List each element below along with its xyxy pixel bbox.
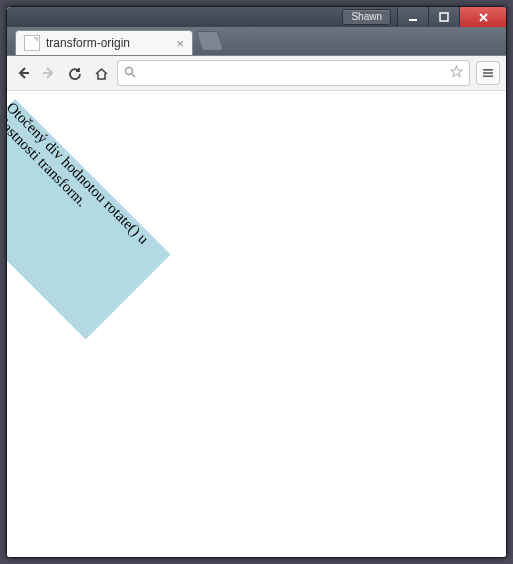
rotated-div-text: Otočený div hodnotou rotate() u vlastnos…	[7, 99, 152, 247]
svg-rect-0	[409, 19, 417, 21]
svg-rect-6	[483, 75, 493, 77]
nav-toolbar	[7, 56, 506, 91]
tab-title: transform-origin	[46, 36, 130, 50]
arrow-left-icon	[15, 65, 31, 81]
svg-line-3	[132, 74, 135, 77]
tab-strip: transform-origin ×	[7, 27, 506, 56]
address-input[interactable]	[142, 65, 444, 81]
svg-point-2	[126, 67, 133, 74]
svg-rect-1	[440, 13, 448, 21]
svg-rect-5	[483, 72, 493, 74]
reload-button[interactable]	[65, 63, 85, 83]
forward-button[interactable]	[39, 63, 59, 83]
maximize-button[interactable]	[428, 7, 459, 27]
page-viewport: Otočený div hodnotou rotate() u vlastnos…	[7, 91, 506, 557]
close-icon	[478, 12, 489, 23]
maximize-icon	[439, 12, 449, 22]
window-titlebar: Shawn	[7, 7, 506, 27]
rotated-div: Otočený div hodnotou rotate() u vlastnos…	[7, 99, 171, 339]
home-icon	[94, 66, 109, 81]
bookmark-star-icon[interactable]	[450, 65, 463, 81]
home-button[interactable]	[91, 63, 111, 83]
reload-icon	[68, 66, 83, 81]
chrome-menu-button[interactable]	[476, 61, 500, 85]
browser-window: Shawn transform-origin ×	[6, 6, 507, 558]
address-bar[interactable]	[117, 60, 470, 86]
new-tab-button[interactable]	[196, 31, 224, 51]
svg-rect-4	[483, 69, 493, 71]
arrow-right-icon	[41, 65, 57, 81]
search-icon	[124, 66, 136, 81]
menu-icon	[482, 67, 494, 79]
minimize-icon	[408, 12, 418, 22]
user-tag: Shawn	[342, 9, 391, 25]
minimize-button[interactable]	[397, 7, 428, 27]
tab-active[interactable]: transform-origin ×	[15, 30, 193, 55]
close-button[interactable]	[459, 7, 506, 27]
tab-close-button[interactable]: ×	[176, 37, 184, 50]
file-icon	[24, 35, 40, 51]
back-button[interactable]	[13, 63, 33, 83]
